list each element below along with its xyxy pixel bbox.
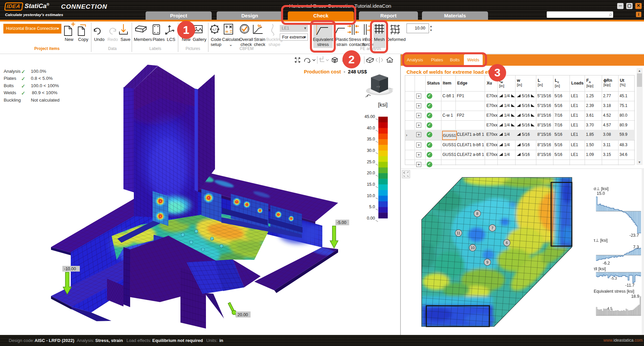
svg-text:7: 7 — [491, 226, 493, 230]
svg-text:-6.2: -6.2 — [603, 261, 610, 266]
svg-text:18.9: 18.9 — [631, 294, 639, 299]
svg-text:8: 8 — [476, 212, 478, 216]
svg-text:10: 10 — [471, 246, 475, 250]
svg-text:15.0: 15.0 — [597, 191, 605, 196]
svg-text:40.0: 40.0 — [367, 126, 375, 130]
svg-text:11: 11 — [457, 231, 460, 235]
svg-text:10.0: 10.0 — [367, 193, 375, 198]
svg-text:%: % — [258, 23, 262, 28]
svg-text:35.0: 35.0 — [367, 137, 375, 141]
svg-text:25.0: 25.0 — [367, 160, 375, 164]
svg-text:-10.00: -10.00 — [64, 267, 76, 271]
svg-text:7.3: 7.3 — [633, 245, 639, 249]
svg-text:15.0: 15.0 — [367, 182, 375, 187]
svg-text:9: 9 — [486, 260, 488, 264]
svg-text:-11.7: -11.7 — [625, 283, 635, 288]
svg-text:[ksi]: [ksi] — [378, 102, 387, 108]
svg-text:+Y: +Y — [376, 85, 380, 89]
svg-text:30.0: 30.0 — [367, 148, 375, 153]
svg-text:20.00: 20.00 — [237, 312, 248, 317]
svg-text:-23.7: -23.7 — [630, 233, 639, 238]
svg-text:-5.00: -5.00 — [337, 220, 346, 225]
svg-text:τ⊥ [ksi]: τ⊥ [ksi] — [594, 238, 608, 243]
svg-text:6: 6 — [506, 241, 508, 245]
svg-text:5.0: 5.0 — [369, 205, 375, 209]
svg-text:20.0: 20.0 — [367, 171, 375, 175]
svg-text:σ⊥ [ksi]: σ⊥ [ksi] — [594, 186, 608, 191]
svg-text:τll [ksi]: τll [ksi] — [594, 267, 606, 271]
svg-text:Equivalent stress [ksi]: Equivalent stress [ksi] — [594, 289, 634, 294]
svg-text:0.00: 0.00 — [367, 216, 375, 221]
svg-text:-5.3: -5.3 — [611, 276, 617, 280]
svg-text:</>: </> — [212, 28, 218, 32]
svg-text:4.5: 4.5 — [607, 306, 612, 310]
svg-text:45.00: 45.00 — [365, 114, 375, 119]
